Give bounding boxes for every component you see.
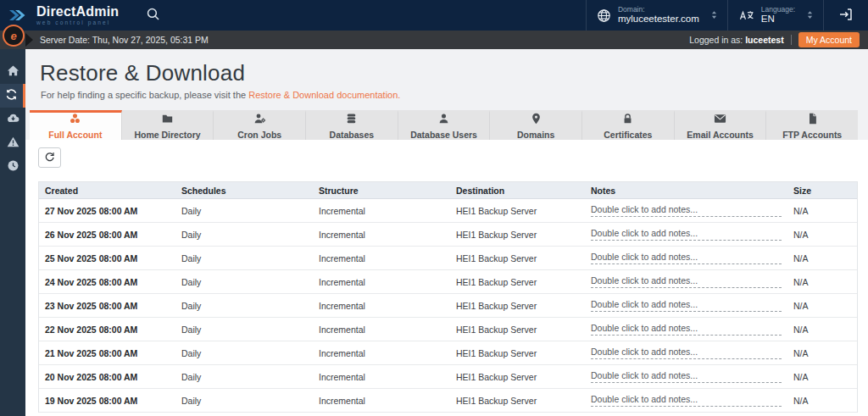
table-row[interactable]: 24 Nov 2025 08:00 AMDailyIncrementalHEI1… — [39, 270, 857, 294]
domain-label: Domain: — [618, 5, 699, 14]
cell-created: 19 Nov 2025 08:00 AM — [39, 396, 175, 406]
table-row[interactable]: 19 Nov 2025 08:00 AMDailyIncrementalHEI1… — [39, 389, 857, 413]
tab-home-directory[interactable]: Home Directory — [122, 110, 214, 140]
user-avatar[interactable]: e — [3, 25, 25, 47]
sidebar-item-history[interactable] — [0, 155, 25, 179]
envelope-icon — [714, 113, 726, 128]
notes-editable-field[interactable]: Double click to add notes... — [591, 299, 782, 312]
cell-created: 25 Nov 2025 08:00 AM — [39, 253, 175, 263]
notes-editable-field[interactable]: Double click to add notes... — [591, 370, 782, 383]
cell-structure: Incremental — [313, 396, 450, 406]
notes-editable-field[interactable]: Double click to add notes... — [591, 252, 782, 264]
tab-label: Email Accounts — [687, 130, 753, 140]
column-header-schedules: Schedules — [175, 186, 313, 196]
divider — [791, 35, 792, 45]
table-row[interactable]: 23 Nov 2025 08:00 AMDailyIncrementalHEI1… — [39, 294, 857, 318]
documentation-link[interactable]: Restore & Download documentation. — [248, 90, 400, 100]
table-row[interactable]: 26 Nov 2025 08:00 AMDailyIncrementalHEI1… — [39, 223, 857, 247]
cell-schedules: Daily — [175, 348, 313, 358]
tab-database-users[interactable]: Database Users — [398, 110, 491, 140]
cell-structure: Incremental — [313, 372, 450, 382]
table-header-row: CreatedSchedulesStructureDestinationNote… — [39, 182, 857, 199]
translate-icon — [738, 9, 754, 22]
page-title: Restore & Download — [40, 60, 868, 86]
my-account-button[interactable]: My Account — [798, 32, 860, 47]
tab-label: Certificates — [604, 130, 652, 140]
cell-schedules: Daily — [175, 372, 313, 382]
notes-editable-field[interactable]: Double click to add notes... — [591, 275, 782, 288]
directadmin-logo-icon — [8, 7, 31, 24]
cell-notes: Double click to add notes... — [585, 370, 787, 383]
map-pin-icon — [530, 113, 542, 128]
tab-ftp-accounts[interactable]: FTP Accounts — [766, 110, 858, 140]
cell-created: 20 Nov 2025 08:00 AM — [39, 372, 175, 382]
table-row[interactable]: 25 Nov 2025 08:00 AMDailyIncrementalHEI1… — [39, 247, 857, 270]
search-icon — [146, 7, 160, 24]
sidebar-item-backups[interactable] — [0, 108, 25, 131]
cell-size: N/A — [787, 372, 857, 382]
clock-icon — [7, 159, 19, 175]
notes-editable-field[interactable]: Double click to add notes... — [591, 228, 782, 241]
cell-structure: Incremental — [313, 206, 450, 216]
table-row[interactable]: 27 Nov 2025 08:00 AMDailyIncrementalHEI1… — [39, 199, 857, 223]
tab-label: Cron Jobs — [237, 130, 281, 140]
sidebar-item-home[interactable] — [0, 60, 25, 84]
refresh-button[interactable] — [38, 147, 61, 168]
notes-editable-field[interactable]: Double click to add notes... — [591, 394, 782, 407]
cell-destination: HEI1 Backup Server — [450, 277, 585, 287]
database-icon — [345, 113, 358, 128]
tab-certificates[interactable]: Certificates — [582, 110, 675, 140]
cell-schedules: Daily — [175, 253, 313, 263]
logout-button[interactable] — [823, 0, 868, 31]
notes-editable-field[interactable]: Double click to add notes... — [591, 323, 782, 336]
user-icon — [437, 113, 450, 128]
notes-editable-field[interactable]: Double click to add notes... — [591, 347, 782, 359]
cell-created: 27 Nov 2025 08:00 AM — [39, 206, 175, 216]
cell-size: N/A — [787, 324, 857, 335]
sync-icon — [5, 88, 18, 104]
tab-domains[interactable]: Domains — [490, 110, 582, 140]
search-button[interactable] — [134, 0, 172, 31]
table-body: 27 Nov 2025 08:00 AMDailyIncrementalHEI1… — [39, 199, 857, 413]
table-row[interactable]: 21 Nov 2025 08:00 AMDailyIncrementalHEI1… — [39, 341, 857, 365]
sidebar-item-alerts[interactable] — [0, 131, 25, 155]
tab-databases[interactable]: Databases — [306, 110, 398, 140]
content-panel: CreatedSchedulesStructureDestinationNote… — [25, 140, 868, 416]
table-row[interactable]: 20 Nov 2025 08:00 AMDailyIncrementalHEI1… — [39, 365, 857, 389]
table-row[interactable]: 22 Nov 2025 08:00 AMDailyIncrementalHEI1… — [39, 318, 857, 341]
tab-label: Database Users — [410, 130, 477, 140]
cell-schedules: Daily — [175, 324, 313, 335]
chevron-updown-icon — [711, 8, 717, 23]
column-header-destination: Destination — [450, 186, 585, 196]
cell-destination: HEI1 Backup Server — [450, 253, 585, 263]
cell-structure: Incremental — [313, 348, 450, 358]
cell-notes: Double click to add notes... — [585, 394, 787, 407]
info-bar: e Server Date: Thu, Nov 27, 2025, 05:31 … — [0, 31, 868, 49]
cluster-icon — [69, 113, 81, 128]
cell-notes: Double click to add notes... — [585, 347, 787, 359]
backup-type-tabs: Full AccountHome DirectoryCron JobsDatab… — [30, 110, 858, 140]
cell-schedules: Daily — [175, 277, 313, 287]
cell-destination: HEI1 Backup Server — [450, 372, 585, 382]
logout-icon — [838, 8, 854, 24]
language-value: EN — [761, 14, 795, 25]
cell-structure: Incremental — [313, 277, 450, 287]
server-date: Server Date: Thu, Nov 27, 2025, 05:31 PM — [40, 35, 209, 45]
cell-structure: Incremental — [313, 253, 450, 263]
column-header-structure: Structure — [313, 186, 450, 196]
warning-icon — [7, 136, 19, 152]
tab-cron-jobs[interactable]: Cron Jobs — [214, 110, 306, 140]
tab-full-account[interactable]: Full Account — [30, 110, 122, 140]
tab-email-accounts[interactable]: Email Accounts — [675, 110, 767, 140]
cell-schedules: Daily — [175, 396, 313, 406]
sidebar-item-restore[interactable] — [0, 84, 25, 108]
cell-created: 22 Nov 2025 08:00 AM — [39, 324, 175, 335]
language-selector[interactable]: Language: EN — [727, 0, 823, 31]
home-icon — [7, 64, 19, 80]
cell-notes: Double click to add notes... — [585, 275, 787, 288]
domain-selector[interactable]: Domain: myluceetester.com — [586, 0, 727, 31]
cell-destination: HEI1 Backup Server — [450, 206, 585, 216]
cell-created: 26 Nov 2025 08:00 AM — [39, 230, 175, 240]
notes-editable-field[interactable]: Double click to add notes... — [591, 204, 782, 217]
avatar-arrow-icon — [25, 33, 33, 47]
